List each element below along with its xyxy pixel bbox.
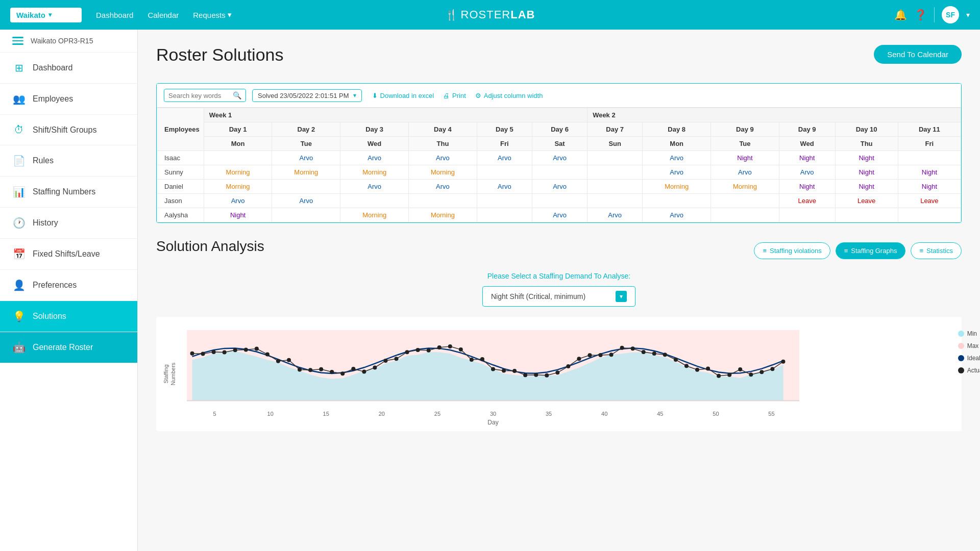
actual-dot [480, 357, 484, 361]
demand-value: Night Shift (Critical, minimum) [491, 292, 585, 300]
shift-cell: Morning [409, 165, 477, 180]
notifications-icon[interactable]: 🔔 [894, 9, 907, 21]
send-to-calendar-button[interactable]: Send To Calendar [874, 45, 962, 64]
actual-dot [437, 345, 442, 349]
shift-cell [477, 165, 532, 180]
nav-calendar[interactable]: Calendar [148, 11, 179, 19]
roster-table: Employees Week 1 Week 2 Day 1 Day 2 Day … [157, 108, 961, 222]
actual-dot [760, 370, 764, 374]
adjust-column-button[interactable]: ⚙ Adjust column width [475, 92, 543, 99]
shift-cell [532, 165, 587, 180]
shift-cell: Morning [409, 208, 477, 222]
print-button[interactable]: 🖨 Print [443, 92, 466, 99]
shift-cell [532, 194, 587, 208]
actual-dot [287, 358, 291, 362]
actual-dot [642, 350, 646, 354]
download-excel-button[interactable]: ⬇ Download in excel [372, 92, 434, 99]
demand-select-label: Please Select a Staffing Demand To Analy… [156, 272, 962, 280]
page-title: Roster Solutions [156, 45, 283, 65]
shift-cell: Arvo [711, 165, 779, 180]
employee-name-cell: Jason [157, 194, 204, 208]
demand-dropdown-selector[interactable]: Night Shift (Critical, minimum) ▾ [482, 286, 635, 307]
staffing-violations-button[interactable]: ≡ Staffing violations [754, 242, 830, 259]
day-header-6: Day 6 [532, 122, 587, 137]
table-row: IsaacArvoArvoArvoArvoArvoArvoNightNightN… [157, 151, 961, 165]
staffing-graphs-button[interactable]: ≡ Staffing Graphs [836, 242, 906, 259]
shift-cell [409, 194, 477, 208]
shift-cell [272, 208, 340, 222]
grid-icon: ⊞ [12, 62, 26, 74]
help-icon[interactable]: ❓ [914, 9, 927, 21]
day-header-8: Day 8 [643, 122, 711, 137]
shift-cell: Arvo [204, 194, 272, 208]
actual-dot [212, 350, 216, 354]
solution-analysis-title: Solution Analysis [156, 238, 264, 255]
shift-cell [898, 151, 961, 165]
day-header-11: Day 10 [835, 122, 898, 137]
shift-cell: Arvo [477, 180, 532, 194]
actual-dot [190, 352, 194, 356]
shift-cell: Arvo [587, 208, 643, 222]
sidebar-item-rules[interactable]: 📄 Rules [0, 145, 137, 177]
sidebar-item-shift-groups[interactable]: ⏱ Shift/Shift Groups [0, 115, 137, 145]
sidebar-item-employees[interactable]: 👥 Employees [0, 84, 137, 115]
chart-container: StaffingNumbers [156, 317, 962, 431]
shift-cell: Arvo [477, 151, 532, 165]
shift-cell: Arvo [532, 208, 587, 222]
actual-dot [534, 373, 538, 377]
solved-dropdown[interactable]: Solved 23/05/2022 2:01:51 PM ▾ [252, 89, 362, 102]
dayname-fri2: Fri [898, 137, 961, 151]
actual-dot [684, 364, 689, 368]
logo-text: ROSTERLAB [461, 8, 535, 21]
sidebar-item-solutions[interactable]: 💡 Solutions [0, 301, 137, 332]
actual-dot [223, 350, 227, 354]
staffing-chart-svg [187, 325, 799, 407]
shift-cell: Leave [835, 194, 898, 208]
actual-dot [201, 352, 205, 356]
statistics-button[interactable]: ≡ Statistics [911, 242, 962, 259]
shift-cell [898, 208, 961, 222]
employee-name-cell: Daniel [157, 180, 204, 194]
requests-chevron-icon: ▾ [228, 10, 232, 19]
shift-cell: Morning [204, 180, 272, 194]
legend-max: Max [958, 342, 980, 349]
sidebar-item-preferences[interactable]: 👤 Preferences [0, 270, 137, 301]
main-content: Roster Solutions Send To Calendar 🔍 Solv… [138, 30, 980, 551]
actual-dot [405, 350, 409, 354]
violations-icon: ≡ [763, 247, 767, 255]
chart-icon: 📊 [12, 186, 26, 198]
search-box[interactable]: 🔍 [164, 89, 246, 102]
x-tick-25: 25 [409, 411, 465, 417]
shift-cell: Morning [711, 180, 779, 194]
actual-dot [265, 353, 270, 357]
legend-max-label: Max [967, 342, 979, 349]
shift-cell [711, 194, 779, 208]
search-input[interactable] [168, 92, 230, 99]
sidebar-item-staffing-numbers[interactable]: 📊 Staffing Numbers [0, 177, 137, 208]
day-header-1: Day 1 [204, 122, 272, 137]
download-icon: ⬇ [372, 92, 378, 99]
dayname-wed2: Wed [779, 137, 835, 151]
sidebar-item-fixed-shifts[interactable]: 📅 Fixed Shifts/Leave [0, 239, 137, 270]
sidebar-item-dashboard[interactable]: ⊞ Dashboard [0, 53, 137, 84]
user-avatar[interactable]: SF [942, 6, 959, 23]
analysis-toolbar: ≡ Staffing violations ≡ Staffing Graphs … [754, 242, 962, 259]
demand-chevron-icon: ▾ [616, 291, 627, 302]
legend-min: Min [958, 330, 980, 337]
user-chevron-icon[interactable]: ▾ [966, 11, 970, 19]
actual-dot [427, 348, 431, 353]
nav-requests[interactable]: Requests ▾ [193, 10, 231, 19]
brand-selector[interactable]: Waikato ▾ [10, 8, 82, 22]
dayname-sat1: Sat [532, 137, 587, 151]
doc-icon: 📄 [12, 155, 26, 167]
actual-dot [717, 374, 721, 378]
sidebar-item-history[interactable]: 🕐 History [0, 208, 137, 239]
legend-ideal-label: Ideal [967, 355, 980, 362]
nav-dashboard[interactable]: Dashboard [96, 11, 133, 19]
sidebar-item-generate-roster[interactable]: 🤖 Generate Roster [0, 332, 137, 363]
actual-dot [319, 367, 323, 371]
shift-cell [477, 194, 532, 208]
person-gear-icon: 👤 [12, 279, 26, 291]
app-body: Waikato OPR3-R15 ⊞ Dashboard 👥 Employees… [0, 30, 980, 551]
actual-dot [555, 370, 559, 374]
